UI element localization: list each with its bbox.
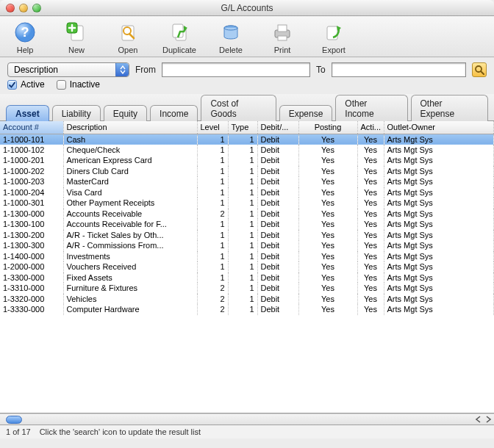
svg-rect-12: [278, 25, 287, 32]
table-row[interactable]: 1-1000-301Other Payment Receipts11DebitY…: [0, 198, 494, 209]
to-input[interactable]: [332, 62, 466, 77]
toolbar-label: Help: [17, 46, 34, 54]
table-row[interactable]: 1-1400-000Investments11DebitYesYesArts M…: [0, 251, 494, 262]
from-input[interactable]: [162, 62, 310, 77]
cell-account: 1-1300-000: [0, 209, 63, 220]
col-outlet[interactable]: Outlet-Owner: [384, 121, 494, 134]
new-button[interactable]: New: [59, 21, 94, 54]
col-level[interactable]: Level: [197, 121, 228, 134]
cell-level: 1: [197, 272, 228, 283]
cell-type: 1: [228, 261, 257, 272]
duplicate-icon: [168, 21, 191, 44]
cell-type: 1: [228, 176, 257, 187]
cell-debit: Debit: [257, 304, 298, 315]
cell-posting: Yes: [298, 209, 357, 220]
tab-expense[interactable]: Expense: [279, 105, 333, 121]
cell-description: MasterCard: [63, 176, 197, 187]
cell-type: 1: [228, 283, 257, 294]
cell-type: 1: [228, 251, 257, 262]
tab-cost-of-goods[interactable]: Cost of Goods: [201, 95, 276, 121]
cell-active: Yes: [357, 251, 384, 262]
col-account[interactable]: Account #: [0, 121, 63, 134]
duplicate-button[interactable]: Duplicate: [162, 21, 197, 54]
horizontal-scrollbar[interactable]: [0, 413, 494, 425]
cell-posting: Yes: [298, 283, 357, 294]
col-debit[interactable]: Debit/...: [257, 121, 298, 134]
cell-active: Yes: [357, 261, 384, 272]
table-row[interactable]: 1-1300-000Accounts Receivable21DebitYesY…: [0, 209, 494, 220]
toolbar: ? Help New Open: [0, 16, 494, 57]
table-row[interactable]: 1-1000-203MasterCard11DebitYesYesArts Mg…: [0, 176, 494, 187]
table-row[interactable]: 1-1000-202Diners Club Card11DebitYesYesA…: [0, 166, 494, 177]
table-row[interactable]: 1-1300-100Accounts Receivable for F...11…: [0, 219, 494, 230]
results-grid[interactable]: Account # Description Level Type Debit/.…: [0, 121, 494, 413]
cell-description: Fixed Assets: [63, 272, 197, 283]
print-button[interactable]: Print: [265, 21, 300, 54]
cell-description: Other Payment Receipts: [63, 198, 197, 209]
cell-description: Investments: [63, 251, 197, 262]
table-row[interactable]: 1-3330-000Computer Hardware21DebitYesYes…: [0, 304, 494, 315]
table-row[interactable]: 1-3320-000Vehicles21DebitYesYesArts Mgt …: [0, 294, 494, 305]
tab-income[interactable]: Income: [150, 105, 198, 121]
delete-button[interactable]: Delete: [213, 21, 248, 54]
cell-outlet: Arts Mgt Sys: [384, 166, 494, 177]
cell-debit: Debit: [257, 155, 298, 166]
cell-account: 1-1000-101: [0, 134, 63, 145]
tab-other-income[interactable]: Other Income: [335, 95, 407, 121]
cell-level: 1: [197, 240, 228, 251]
cell-description: A/R - Commissions From...: [63, 240, 197, 251]
table-row[interactable]: 1-3300-000Fixed Assets11DebitYesYesArts …: [0, 272, 494, 283]
tab-liability[interactable]: Liability: [52, 105, 101, 121]
open-button[interactable]: Open: [110, 21, 146, 54]
col-type[interactable]: Type: [228, 121, 257, 134]
cell-outlet: Arts Mgt Sys: [384, 155, 494, 166]
cell-outlet: Arts Mgt Sys: [384, 304, 494, 315]
cell-outlet: Arts Mgt Sys: [384, 134, 494, 145]
cell-account: 1-1300-100: [0, 219, 63, 230]
cell-description: Visa Card: [63, 187, 197, 198]
export-button[interactable]: Export: [316, 21, 351, 54]
table-row[interactable]: 1-1000-201American Express Card11DebitYe…: [0, 155, 494, 166]
cell-posting: Yes: [298, 166, 357, 177]
cell-debit: Debit: [257, 272, 298, 283]
cell-type: 1: [228, 209, 257, 220]
window-title: G/L Accounts: [0, 3, 494, 13]
table-row[interactable]: 1-1300-200A/R - Ticket Sales by Oth...11…: [0, 230, 494, 241]
table-row[interactable]: 1-2000-000Vouchers Received11DebitYesYes…: [0, 261, 494, 272]
scroll-thumb[interactable]: [6, 416, 22, 424]
select-arrows-icon: [115, 63, 129, 76]
help-button[interactable]: ? Help: [7, 21, 43, 54]
search-button[interactable]: [472, 62, 487, 77]
cell-outlet: Arts Mgt Sys: [384, 209, 494, 220]
cell-level: 1: [197, 219, 228, 230]
cell-outlet: Arts Mgt Sys: [384, 145, 494, 156]
col-description[interactable]: Description: [63, 121, 197, 134]
table-row[interactable]: 1-1000-102Cheque/Check11DebitYesYesArts …: [0, 145, 494, 156]
cell-account: 1-1000-102: [0, 145, 63, 156]
tab-other-expense[interactable]: Other Expense: [411, 95, 488, 121]
scroll-left-icon[interactable]: [475, 416, 482, 423]
table-row[interactable]: 1-1000-204Visa Card11DebitYesYesArts Mgt…: [0, 187, 494, 198]
col-active[interactable]: Acti...: [357, 121, 384, 134]
tab-equity[interactable]: Equity: [104, 105, 147, 121]
svg-text:?: ?: [21, 25, 29, 40]
cell-active: Yes: [357, 187, 384, 198]
cell-account: 1-1000-203: [0, 176, 63, 187]
field-selector[interactable]: Description: [7, 62, 129, 77]
cell-type: 1: [228, 145, 257, 156]
table-row[interactable]: 1-3310-000Furniture & Fixtures21DebitYes…: [0, 283, 494, 294]
cell-debit: Debit: [257, 230, 298, 241]
scroll-right-icon[interactable]: [484, 416, 492, 423]
table-row[interactable]: 1-1300-300A/R - Commissions From...11Deb…: [0, 240, 494, 251]
open-icon: [116, 21, 140, 44]
col-posting[interactable]: Posting: [298, 121, 357, 134]
active-checkbox[interactable]: Active: [7, 79, 45, 90]
tab-asset[interactable]: Asset: [6, 105, 49, 121]
cell-account: 1-3330-000: [0, 304, 63, 315]
inactive-checkbox[interactable]: Inactive: [57, 79, 100, 90]
cell-description: Furniture & Fixtures: [63, 283, 197, 294]
cell-posting: Yes: [298, 187, 357, 198]
cell-type: 1: [228, 166, 257, 177]
table-row[interactable]: 1-1000-101Cash11DebitYesYesArts Mgt Sys: [0, 134, 494, 145]
header-row[interactable]: Account # Description Level Type Debit/.…: [0, 121, 494, 134]
